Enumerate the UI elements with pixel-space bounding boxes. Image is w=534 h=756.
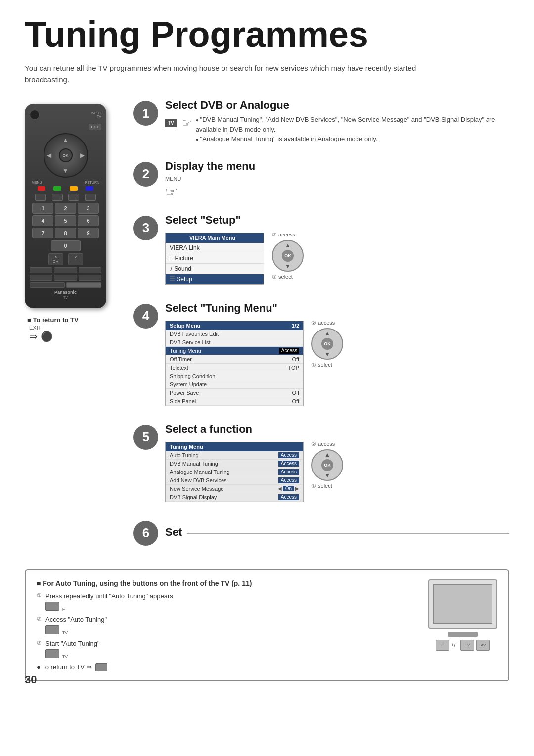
num-7[interactable]: 7 xyxy=(32,228,53,238)
tuning-row-dvbmanual: DVB Manual TuningAccess xyxy=(166,460,303,468)
func-btn-1[interactable] xyxy=(35,194,46,201)
brand-model: TV xyxy=(30,296,101,299)
tv-illustration xyxy=(428,579,497,629)
remote-speaker xyxy=(30,110,40,120)
nav-circle-4: ▲ ▼ OK xyxy=(312,328,343,360)
setup-row-teletext: TeletextTOP xyxy=(166,364,303,372)
step-4-title: Select "Tuning Menu" xyxy=(165,302,509,315)
misc-btn-7[interactable] xyxy=(30,282,65,288)
color-buttons xyxy=(30,186,101,191)
misc-btn-3[interactable] xyxy=(79,267,101,273)
step-4: 4 Select "Tuning Menu" Setup Menu 1/2 DV… xyxy=(134,302,509,409)
set-divider xyxy=(187,533,509,534)
step-5-title: Select a function xyxy=(165,423,509,436)
setup-row-sysupdate: System Update xyxy=(166,380,303,389)
ok-4: OK xyxy=(321,338,333,350)
bottom-note-title: ■ For Auto Tuning, using the buttons on … xyxy=(37,579,418,587)
step-6-circle: 6 xyxy=(134,521,158,546)
tuning-row-adddvb: Add New DVB ServicesAccess xyxy=(166,476,303,485)
red-btn[interactable] xyxy=(38,186,45,191)
front-btn-av: AV xyxy=(476,640,490,651)
nav-up-arrow: ▲ xyxy=(63,137,69,143)
front-btn-f2: F xyxy=(436,640,449,651)
return-to-tv-label: ■ To return to TV xyxy=(27,316,124,324)
func-btn-4[interactable] xyxy=(85,194,96,201)
nav-pad[interactable]: ▲ ▼ ◀ ▶ OK xyxy=(44,133,88,178)
remote-control: INPUT TV EXIT ▲ ▼ ◀ ▶ OK xyxy=(25,104,106,308)
finger-icon-1: ☞ xyxy=(182,115,192,131)
nav-right-arrow: ▶ xyxy=(80,152,85,159)
exit-button[interactable]: EXIT xyxy=(89,124,101,130)
num-0[interactable]: 0 xyxy=(51,240,81,251)
step-3: 3 Select "Setup" VIERA VIERA Main Menu V… xyxy=(134,214,509,288)
misc-btn-1[interactable] xyxy=(30,267,52,273)
num-6[interactable]: 6 xyxy=(78,215,99,226)
menu-label: MENU xyxy=(32,181,42,184)
menu-key-label: MENU xyxy=(165,176,509,182)
tuning-row-newservice: New Service Message ◀ On ▶ xyxy=(166,485,303,493)
green-btn[interactable] xyxy=(53,186,61,191)
step-4-menu-header: Setup Menu 1/2 xyxy=(166,321,303,330)
misc-btn-8[interactable] xyxy=(66,282,101,288)
step-5-access-label: ② access xyxy=(312,441,335,447)
return-label: RETURN xyxy=(85,181,99,184)
func-btn-2[interactable] xyxy=(52,194,63,201)
step-1-note-2: "Analogue Manual Tuning" is available in… xyxy=(196,134,509,144)
num-8[interactable]: 8 xyxy=(55,228,76,238)
num-9[interactable]: 9 xyxy=(78,228,99,238)
return-btn-inline xyxy=(95,663,107,671)
step-4-select-label: ① select xyxy=(312,362,332,368)
ch-down[interactable]: ∨ xyxy=(68,253,83,265)
step-2-circle: 2 xyxy=(134,162,158,187)
exit-label: EXIT xyxy=(29,325,124,331)
step-4-page: 1/2 xyxy=(292,323,299,329)
ok-3: OK xyxy=(282,250,294,262)
setup-row-0: DVB Favourites Edit xyxy=(166,330,303,338)
blue-btn[interactable] xyxy=(86,186,93,191)
step-1-notes: "DVB Manual Tuning", "Add New DVB Servic… xyxy=(196,115,509,144)
tv-screen xyxy=(433,584,492,624)
setup-row-shipping: Shipping Condition xyxy=(166,372,303,380)
nav-down-arrow: ▼ xyxy=(63,167,69,174)
setup-row-1: DVB Service List xyxy=(166,338,303,347)
step-6: 6 Set xyxy=(134,519,509,546)
tv-label-top: TV xyxy=(97,115,101,118)
bottom-step-3-text: Start "Auto Tuning" xyxy=(45,640,100,647)
setup-row-sidepanel: Side PanelOff xyxy=(166,397,303,406)
step-3-access-label: ② access xyxy=(272,232,295,238)
tv-badge: TV xyxy=(165,119,177,127)
step-4-menu: Setup Menu 1/2 DVB Favourites Edit DVB S… xyxy=(165,321,304,406)
bottom-step-2-text: Access "Auto Tuning" xyxy=(45,616,107,623)
step-6-title: Set xyxy=(165,526,182,539)
menu-picture: □ Picture xyxy=(166,253,264,264)
step-5-select-label: ① select xyxy=(312,483,332,489)
func-btn-3[interactable] xyxy=(68,194,79,201)
tuning-row-analogue: Analogue Manual TuningAccess xyxy=(166,468,303,476)
misc-btn-6[interactable] xyxy=(79,275,101,281)
num-1[interactable]: 1 xyxy=(32,203,53,214)
bottom-step-1: ① Press repeatedly until "Auto Tuning" a… xyxy=(37,592,418,612)
step-1-title: Select DVB or Analogue xyxy=(165,99,509,112)
nav-circle-3: ▲ ▼ OK xyxy=(272,240,304,272)
ch-up[interactable]: ∧CH xyxy=(48,253,63,265)
misc-btn-2[interactable] xyxy=(54,267,77,273)
front-btn-tv2 xyxy=(45,649,59,658)
number-pad: 1 2 3 4 5 6 7 8 9 xyxy=(30,203,101,238)
num-4[interactable]: 4 xyxy=(32,215,53,226)
bottom-step-3: ③ Start "Auto Tuning" TV xyxy=(37,640,418,660)
front-buttons-row: F +/− TV AV xyxy=(436,640,490,651)
menu-sound: ♪ Sound xyxy=(166,264,264,274)
misc-btn-5[interactable] xyxy=(54,275,77,281)
tv-stand xyxy=(448,632,478,637)
yellow-btn[interactable] xyxy=(70,186,78,191)
step-5-menu-header: Tuning Menu xyxy=(166,442,303,451)
menu-setup-selected: ☰ Setup xyxy=(166,274,264,284)
page-title: Tuning Programmes xyxy=(25,15,509,54)
bottom-note-box: ■ For Auto Tuning, using the buttons on … xyxy=(25,569,509,682)
ok-button[interactable]: OK xyxy=(59,148,73,162)
input-label: INPUT xyxy=(91,111,101,115)
num-3[interactable]: 3 xyxy=(78,203,99,214)
num-5[interactable]: 5 xyxy=(55,215,76,226)
misc-btn-4[interactable] xyxy=(30,275,52,281)
num-2[interactable]: 2 xyxy=(55,203,76,214)
